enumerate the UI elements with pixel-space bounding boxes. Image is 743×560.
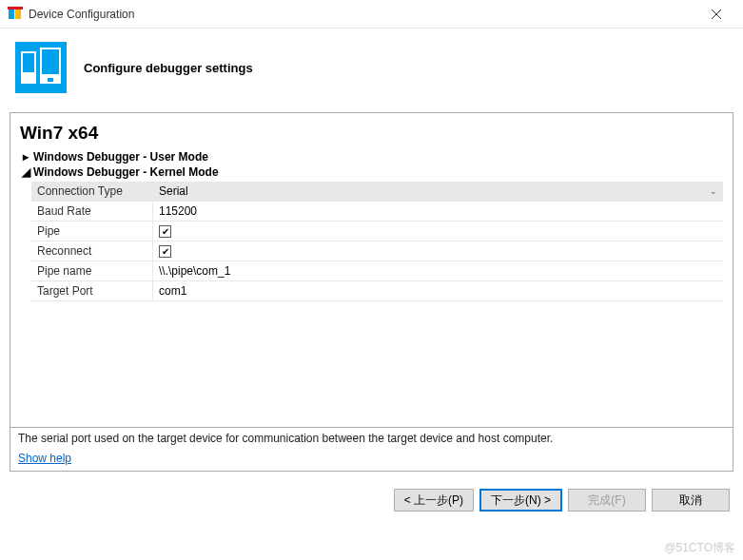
svg-rect-1 — [15, 10, 21, 19]
field-label: Baud Rate — [31, 202, 153, 221]
row-baud-rate: Baud Rate 115200 — [31, 202, 723, 222]
section-kernel-mode[interactable]: ◢ Windows Debugger - Kernel Mode — [10, 164, 733, 180]
baud-rate-input[interactable]: 115200 — [153, 202, 723, 221]
next-button[interactable]: 下一步(N) > — [479, 489, 562, 512]
titlebar: Device Configuration — [0, 0, 743, 29]
wizard-footer: < 上一步(P) 下一步(N) > 完成(F) 取消 — [0, 472, 743, 512]
field-label: Pipe — [31, 222, 153, 241]
device-name-heading: Win7 x64 — [10, 113, 733, 149]
row-pipe: Pipe ✔ — [31, 222, 723, 241]
section-label: Windows Debugger - Kernel Mode — [33, 165, 219, 179]
wizard-icon — [15, 42, 67, 93]
config-panel: Win7 x64 ▸ Windows Debugger - User Mode … — [10, 112, 733, 472]
chevron-down-icon: ⌄ — [710, 186, 717, 196]
target-port-input[interactable]: com1 — [153, 281, 723, 300]
svg-rect-0 — [9, 10, 14, 19]
description-text: The serial port used on the target devic… — [10, 427, 733, 450]
reconnect-checkbox[interactable]: ✔ — [159, 245, 171, 258]
row-reconnect: Reconnect ✔ — [31, 241, 723, 261]
dropdown-value: Serial — [159, 184, 188, 198]
finish-button: 完成(F) — [568, 489, 646, 512]
connection-type-dropdown[interactable]: Serial ⌄ — [153, 182, 723, 201]
page-title: Configure debugger settings — [84, 61, 253, 75]
header: Configure debugger settings — [0, 29, 743, 112]
field-label: Target Port — [31, 281, 153, 300]
chevron-right-icon: ▸ — [20, 150, 31, 164]
svg-rect-2 — [8, 7, 23, 10]
close-icon — [712, 10, 721, 19]
pipe-checkbox[interactable]: ✔ — [159, 225, 171, 238]
svg-rect-7 — [23, 53, 34, 72]
row-pipe-name: Pipe name \\.\pipe\com_1 — [31, 261, 723, 281]
property-grid: Connection Type Serial ⌄ Baud Rate 11520… — [31, 182, 723, 301]
field-label: Pipe name — [31, 261, 153, 280]
field-label: Reconnect — [31, 241, 153, 261]
section-label: Windows Debugger - User Mode — [33, 150, 208, 164]
window-title: Device Configuration — [29, 8, 697, 21]
app-icon — [8, 7, 23, 22]
chevron-down-icon: ◢ — [20, 165, 31, 179]
svg-rect-9 — [42, 49, 59, 74]
cancel-button[interactable]: 取消 — [652, 489, 730, 512]
row-target-port: Target Port com1 — [31, 281, 723, 301]
section-user-mode[interactable]: ▸ Windows Debugger - User Mode — [10, 149, 733, 164]
show-help-link[interactable]: Show help — [10, 450, 733, 471]
row-connection-type: Connection Type Serial ⌄ — [31, 182, 723, 202]
svg-rect-10 — [48, 78, 53, 82]
pipe-name-input[interactable]: \\.\pipe\com_1 — [153, 261, 723, 280]
field-label: Connection Type — [31, 182, 153, 201]
prev-button[interactable]: < 上一步(P) — [394, 489, 474, 512]
close-button[interactable] — [697, 1, 735, 28]
watermark: @51CTO博客 — [664, 540, 735, 556]
